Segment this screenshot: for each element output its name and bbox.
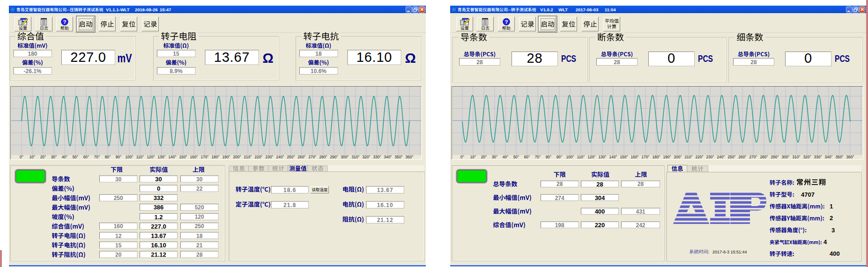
svg-text:310°: 310° bbox=[793, 155, 801, 159]
svg-text:520: 520 bbox=[195, 204, 204, 211]
svg-text:400: 400 bbox=[595, 208, 605, 215]
svg-text:28: 28 bbox=[614, 59, 620, 66]
svg-text:PCS: PCS bbox=[698, 53, 713, 64]
svg-text:220°: 220° bbox=[696, 155, 704, 159]
svg-text:8.9%: 8.9% bbox=[170, 68, 183, 74]
svg-text:28: 28 bbox=[750, 59, 757, 66]
svg-text:260°: 260° bbox=[298, 155, 306, 159]
svg-text:160: 160 bbox=[114, 223, 123, 230]
svg-text:Ω: Ω bbox=[405, 51, 416, 66]
svg-text:290°: 290° bbox=[771, 155, 779, 159]
svg-text:360°: 360° bbox=[406, 155, 414, 159]
svg-text:120°: 120° bbox=[588, 155, 596, 159]
svg-text:340°: 340° bbox=[384, 155, 392, 159]
svg-text:70°: 70° bbox=[94, 155, 100, 159]
svg-text:1: 1 bbox=[830, 203, 833, 210]
svg-text:180°: 180° bbox=[653, 155, 660, 159]
svg-text:190°: 190° bbox=[663, 155, 671, 159]
svg-text:30°: 30° bbox=[492, 155, 497, 159]
svg-text:200°: 200° bbox=[674, 155, 682, 159]
svg-text:28: 28 bbox=[196, 252, 203, 258]
svg-text:332: 332 bbox=[154, 194, 164, 201]
svg-text:270°: 270° bbox=[749, 155, 757, 159]
svg-text:290°: 290° bbox=[330, 155, 338, 159]
svg-text:180°: 180° bbox=[212, 155, 220, 159]
svg-text:80°: 80° bbox=[546, 155, 551, 159]
svg-text:2017-6-3 15:51:44: 2017-6-3 15:51:44 bbox=[712, 250, 747, 254]
svg-text:50°: 50° bbox=[513, 155, 519, 159]
svg-text:120°: 120° bbox=[147, 155, 155, 159]
svg-text:190°: 190° bbox=[223, 155, 230, 159]
svg-text:30°: 30° bbox=[51, 155, 57, 159]
svg-text:2016-08-26: 2016-08-26 bbox=[135, 7, 158, 12]
svg-text:10.6%: 10.6% bbox=[311, 68, 326, 74]
svg-text:160°: 160° bbox=[631, 155, 639, 159]
svg-text:V1.1.1-WLT: V1.1.1-WLT bbox=[106, 7, 130, 12]
svg-text:350°: 350° bbox=[836, 155, 844, 159]
svg-text:270°: 270° bbox=[309, 155, 317, 159]
svg-text:240°: 240° bbox=[276, 155, 284, 159]
svg-text:?: ? bbox=[504, 19, 508, 25]
svg-text:170°: 170° bbox=[201, 155, 209, 159]
svg-text:230°: 230° bbox=[266, 155, 274, 159]
svg-text:150°: 150° bbox=[620, 155, 628, 159]
svg-text:PCS: PCS bbox=[561, 53, 576, 64]
svg-text:280°: 280° bbox=[319, 155, 327, 159]
svg-text:28: 28 bbox=[596, 181, 603, 188]
svg-text:330°: 330° bbox=[814, 155, 822, 159]
svg-text:400: 400 bbox=[830, 250, 840, 257]
svg-text:227.0: 227.0 bbox=[70, 50, 106, 65]
svg-text:220°: 220° bbox=[255, 155, 263, 159]
svg-text:304: 304 bbox=[595, 194, 605, 201]
svg-text:330°: 330° bbox=[373, 155, 381, 159]
svg-text:21: 21 bbox=[196, 242, 203, 249]
svg-text:180: 180 bbox=[28, 51, 37, 57]
svg-text:230°: 230° bbox=[706, 155, 714, 159]
svg-text:1.2: 1.2 bbox=[154, 214, 163, 221]
svg-text:250: 250 bbox=[195, 223, 204, 230]
svg-text:431: 431 bbox=[636, 208, 645, 215]
svg-text:130°: 130° bbox=[599, 155, 607, 159]
svg-text:30: 30 bbox=[115, 176, 122, 183]
svg-text:?: ? bbox=[63, 19, 66, 25]
svg-text:110°: 110° bbox=[577, 155, 585, 159]
svg-text:170°: 170° bbox=[642, 155, 650, 159]
svg-text:18.6: 18.6 bbox=[283, 187, 296, 193]
svg-text:300°: 300° bbox=[782, 155, 790, 159]
svg-text:-26.1%: -26.1% bbox=[23, 68, 41, 74]
svg-text:250°: 250° bbox=[287, 155, 295, 159]
svg-text:240°: 240° bbox=[717, 155, 725, 159]
svg-text:70°: 70° bbox=[535, 155, 541, 159]
svg-text:15: 15 bbox=[173, 51, 179, 57]
svg-text:2017-06-03: 2017-06-03 bbox=[576, 7, 599, 12]
svg-text:227.0: 227.0 bbox=[151, 223, 166, 230]
svg-text:16.10: 16.10 bbox=[151, 242, 166, 249]
svg-text:WLT: WLT bbox=[558, 7, 568, 12]
svg-text:30: 30 bbox=[196, 176, 203, 183]
svg-text:21.8: 21.8 bbox=[283, 202, 296, 208]
svg-text:40°: 40° bbox=[62, 155, 67, 159]
svg-text:22: 22 bbox=[196, 185, 203, 192]
svg-text:274: 274 bbox=[555, 195, 564, 201]
svg-text:60°: 60° bbox=[83, 155, 89, 159]
svg-text:0°: 0° bbox=[20, 155, 23, 159]
svg-text:12: 12 bbox=[115, 233, 122, 239]
svg-text:120: 120 bbox=[195, 214, 204, 220]
svg-text:90°: 90° bbox=[116, 155, 121, 159]
svg-text:340°: 340° bbox=[825, 155, 833, 159]
svg-text:21.12: 21.12 bbox=[151, 251, 166, 258]
svg-text:242: 242 bbox=[636, 222, 645, 229]
svg-text:50°: 50° bbox=[73, 155, 78, 159]
svg-text:250: 250 bbox=[114, 195, 123, 201]
svg-text:310°: 310° bbox=[352, 155, 360, 159]
svg-text:28: 28 bbox=[476, 59, 483, 66]
svg-text:130°: 130° bbox=[158, 155, 166, 159]
svg-text:13.67: 13.67 bbox=[214, 50, 250, 65]
svg-text:13.67: 13.67 bbox=[377, 187, 393, 193]
svg-text:210°: 210° bbox=[685, 155, 693, 159]
svg-text:18: 18 bbox=[315, 51, 322, 57]
svg-text:140°: 140° bbox=[169, 155, 177, 159]
svg-text:0: 0 bbox=[157, 185, 160, 192]
svg-text:220: 220 bbox=[595, 222, 605, 229]
svg-text:110°: 110° bbox=[136, 155, 144, 159]
